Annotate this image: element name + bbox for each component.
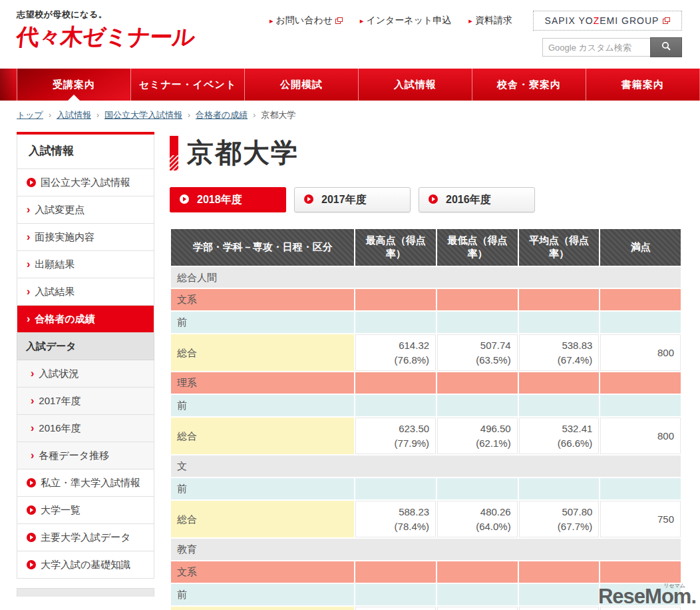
schedule-empty-cell — [600, 395, 681, 416]
sidebar-item-12[interactable]: 大学一覧 — [17, 497, 154, 524]
sidebar-item-label: 出願結果 — [35, 258, 75, 271]
data-full-cell: 750 — [600, 501, 681, 538]
nav-item-3[interactable]: 入試情報 — [358, 69, 472, 101]
nav-item-0[interactable]: 受講案内 — [17, 69, 130, 101]
header-link-0[interactable]: ▸お問い合わせ — [269, 15, 343, 27]
breadcrumb-item-1[interactable]: 入試情報 — [57, 109, 91, 121]
brand-tagline: 志望校が母校になる。 — [17, 9, 194, 21]
table-row-section: 教育 — [171, 539, 681, 560]
play-circle-icon — [429, 194, 440, 206]
external-link-icon — [663, 17, 670, 24]
schedule-empty-cell — [355, 584, 436, 605]
category-empty-cell — [355, 561, 436, 583]
page-title: 京都大学 — [187, 135, 299, 171]
schedule-empty-cell — [519, 478, 600, 499]
schedule-empty-cell — [600, 312, 681, 333]
category-empty-cell — [355, 372, 436, 394]
nav-item-5[interactable]: 書籍案内 — [586, 69, 700, 101]
brand-logo[interactable]: 代々木ゼミナール — [15, 22, 196, 53]
schedule-empty-cell — [519, 584, 600, 605]
play-circle-icon — [180, 194, 191, 206]
sidebar-item-14[interactable]: 大学入試の基礎知識 — [17, 551, 154, 579]
sidebar-item-13[interactable]: 主要大学入試データ — [17, 524, 154, 551]
breadcrumb-separator-icon: › — [96, 111, 99, 120]
sidebar-item-8[interactable]: ›2017年度 — [17, 388, 154, 415]
year-tab-1[interactable]: 2017年度 — [294, 187, 411, 212]
search-button[interactable] — [650, 37, 682, 57]
sidebar-item-0[interactable]: 国公立大学入試情報 — [17, 169, 154, 196]
year-tab-2[interactable]: 2016年度 — [419, 187, 535, 212]
table-header-cell-0: 学部・学科－専攻・日程・区分 — [171, 229, 354, 266]
sidebar-item-1[interactable]: ›入試変更点 — [17, 196, 154, 224]
header-link-label: 資料請求 — [475, 15, 512, 27]
sidebar-title: 入試情報 — [17, 135, 154, 169]
sidebar-item-label: 主要大学入試データ — [41, 531, 131, 544]
sidebar-next-section-sliver — [17, 588, 154, 597]
sidebar-item-3[interactable]: ›出願結果 — [17, 251, 154, 278]
header-link-label: インターネット申込 — [366, 15, 451, 27]
sidebar-item-9[interactable]: ›2016年度 — [17, 415, 154, 442]
schedule-label-cell: 前 — [171, 478, 354, 499]
site-header: 志望校が母校になる。 代々木ゼミナール ▸お問い合わせ▸インターネット申込▸資料… — [0, 0, 700, 69]
header-utility-links: ▸お問い合わせ▸インターネット申込▸資料請求 — [269, 15, 512, 27]
sidebar-item-4[interactable]: ›入試結果 — [17, 278, 154, 306]
category-empty-cell — [600, 289, 681, 310]
chevron-right-icon: › — [27, 285, 30, 298]
breadcrumb-item-2[interactable]: 国公立大学入試情報 — [104, 109, 182, 121]
schedule-empty-cell — [355, 312, 436, 333]
sidebar-menu: 入試情報 国公立大学入試情報›入試変更点›面接実施内容›出願結果›入試結果›合格… — [17, 132, 154, 579]
breadcrumb-separator-icon: › — [253, 111, 256, 120]
sidebar-item-2[interactable]: ›面接実施内容 — [17, 224, 154, 251]
sidebar-item-10[interactable]: ›各種データ推移 — [17, 442, 154, 469]
nav-item-2[interactable]: 公開模試 — [244, 69, 358, 101]
breadcrumb-item-3[interactable]: 合格者の成績 — [196, 109, 248, 121]
schedule-empty-cell — [519, 395, 600, 416]
link-arrow-icon: ▸ — [269, 17, 273, 25]
nav-item-4[interactable]: 校舎・寮案内 — [472, 69, 586, 101]
schedule-label-cell: 前 — [171, 395, 354, 416]
circle-arrow-icon — [27, 178, 36, 187]
play-circle-icon — [304, 194, 315, 206]
chevron-right-icon: › — [31, 394, 34, 408]
breadcrumb-item-4: 京都大学 — [261, 109, 295, 121]
table-row-schedule: 前 — [171, 478, 681, 499]
table-row-section: 文 — [171, 456, 681, 477]
category-empty-cell — [519, 289, 600, 310]
brand-block[interactable]: 志望校が母校になる。 代々木ゼミナール — [17, 9, 194, 53]
header-link-1[interactable]: ▸インターネット申込 — [360, 15, 452, 27]
chevron-right-icon: › — [27, 312, 30, 326]
table-row-data: 総合614.32 (76.8%)507.74 (63.5%)538.83 (67… — [171, 334, 681, 372]
table-row-schedule: 前 — [171, 395, 681, 416]
table-row-category: 理系 — [171, 372, 681, 394]
sidebar-item-7[interactable]: ›入試状況 — [17, 360, 154, 388]
sidebar: 入試情報 国公立大学入試情報›入試変更点›面接実施内容›出願結果›入試結果›合格… — [17, 132, 154, 597]
sidebar-item-label: 合格者の成績 — [35, 313, 94, 326]
sapix-yozemi-group-link[interactable]: SAPIX YOZEMI GROUP — [533, 11, 682, 31]
schedule-label-cell: 前 — [171, 584, 354, 605]
year-tab-0[interactable]: 2018年度 — [170, 187, 286, 212]
data-min-cell: 496.50 (62.1%) — [437, 418, 518, 455]
schedule-empty-cell — [355, 395, 436, 416]
category-label-cell: 文系 — [171, 561, 354, 583]
score-table: 学部・学科－専攻・日程・区分最高点（得点率）最低点（得点率）平均点（得点率）満点… — [170, 228, 682, 610]
nav-item-1[interactable]: セミナー・イベント — [130, 69, 244, 101]
link-arrow-icon: ▸ — [360, 17, 364, 25]
score-table-header: 学部・学科－専攻・日程・区分最高点（得点率）最低点（得点率）平均点（得点率）満点 — [171, 229, 681, 266]
sidebar-item-11[interactable]: 私立・準大学入試情報 — [17, 469, 154, 497]
breadcrumb-item-0[interactable]: トップ — [17, 109, 43, 121]
sidebar-item-5[interactable]: ›合格者の成績 — [17, 306, 154, 333]
circle-arrow-icon — [27, 533, 36, 542]
section-label-cell: 教育 — [171, 539, 681, 560]
score-table-body: 総合人間文系前総合614.32 (76.8%)507.74 (63.5%)538… — [171, 267, 681, 610]
data-avg-cell: 532.41 (66.6%) — [519, 418, 600, 455]
schedule-empty-cell — [437, 312, 518, 333]
sidebar-item-label: 大学入試の基礎知識 — [41, 559, 130, 571]
group-link-label: SAPIX YOZEMI GROUP — [545, 15, 659, 26]
sidebar-item-label: 入試変更点 — [35, 204, 85, 216]
main-panel: 京都大学 2018年度2017年度2016年度 学部・学科－専攻・日程・区分最高… — [170, 132, 682, 610]
sidebar-item-label: 2016年度 — [39, 422, 81, 435]
header-link-2[interactable]: ▸資料請求 — [468, 15, 512, 27]
search-input[interactable] — [542, 38, 650, 57]
category-empty-cell — [437, 289, 518, 310]
data-full-cell: 800 — [600, 418, 681, 455]
